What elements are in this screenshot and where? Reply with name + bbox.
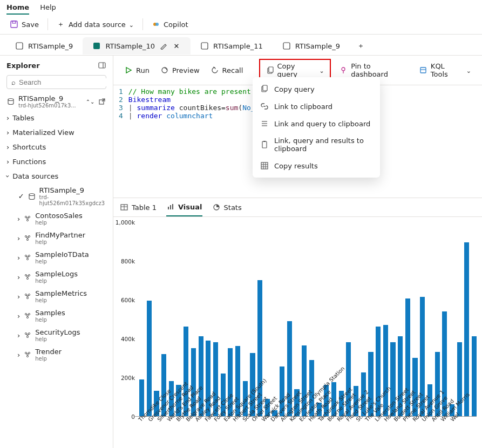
dropdown-link-query-results-clipboard[interactable]: Link, query and results to clipboard (253, 132, 380, 157)
chevron-right-icon (17, 273, 20, 281)
data-sources-section[interactable]: Data sources (2, 169, 111, 184)
dropdown-label: Link to clipboard (274, 103, 332, 111)
svg-rect-0 (11, 21, 17, 28)
result-tab-visual[interactable]: Visual (166, 202, 202, 216)
data-source-item[interactable]: ContosoSaleshelp (2, 209, 111, 228)
data-source-item[interactable]: SampleIoTDatahelp (2, 248, 111, 267)
search-input[interactable]: ⌕ (6, 75, 106, 89)
chart-bar[interactable] (383, 325, 388, 416)
file-tab[interactable]: RTISample_11 (191, 37, 273, 55)
section-label: Functions (12, 158, 46, 166)
data-source-item[interactable]: SampleMetricshelp (2, 287, 111, 306)
svg-point-64 (342, 67, 345, 71)
tree-section[interactable]: Shortcuts (2, 140, 111, 154)
code-table: Bikestream (128, 96, 171, 104)
save-button[interactable]: Save (5, 18, 43, 31)
dropdown-copy-results[interactable]: Copy results (253, 157, 380, 174)
cluster-icon (23, 273, 32, 281)
close-icon[interactable]: ✕ (172, 42, 181, 50)
recall-label: Recall (222, 66, 243, 74)
data-source-item[interactable]: Trenderhelp (2, 345, 111, 364)
menu-tab-help[interactable]: Help (40, 3, 56, 15)
file-tab-label: RTISample_11 (213, 42, 263, 50)
table-icon (120, 203, 128, 212)
svg-rect-66 (420, 67, 426, 73)
table-icon (260, 161, 269, 170)
line-number: 3 (119, 104, 123, 112)
svg-rect-63 (269, 67, 273, 72)
copy-icon (266, 66, 274, 74)
data-source-item[interactable]: Sampleshelp (2, 306, 111, 325)
data-source-item[interactable]: FindMyPartnerhelp (2, 228, 111, 248)
play-icon (124, 66, 133, 74)
chevron-down-icon (6, 172, 9, 180)
ds-item-name: ContosoSales (35, 212, 83, 220)
save-icon (10, 20, 18, 29)
code-comment: // How many bikes are present (128, 87, 251, 96)
ds-item-help: help (35, 259, 89, 264)
dropdown-link-query-clipboard[interactable]: Link and query to clipboard (253, 115, 380, 132)
rename-icon[interactable] (159, 42, 168, 50)
code-op: summarize (137, 104, 174, 112)
link-icon (260, 102, 269, 111)
cluster-icon (23, 292, 32, 301)
chart-bar[interactable] (472, 336, 477, 416)
section-label: Data sources (12, 172, 58, 180)
dropdown-copy-query[interactable]: Copy query (253, 80, 380, 98)
chevron-right-icon (6, 128, 9, 137)
code-text: ( (238, 104, 242, 112)
dropdown-link-clipboard[interactable]: Link to clipboard (253, 98, 380, 115)
file-tab[interactable]: RTISample_9 (5, 37, 83, 55)
chart-bar[interactable] (147, 301, 152, 416)
data-source-item[interactable]: SampleLogshelp (2, 267, 111, 287)
ds-item-name: FindMyPartner (35, 231, 85, 239)
recall-button[interactable]: Recall (206, 64, 248, 77)
tools-icon (419, 66, 427, 74)
dropdown-label: Copy query (274, 85, 315, 93)
y-tick-label: 800k (121, 258, 135, 264)
run-button[interactable]: Run (120, 64, 154, 77)
data-source-selected[interactable]: ✓ RTISample_9 trd-hjut526m017k35xgdcz3 (2, 184, 111, 209)
file-tab[interactable]: RTISample_9 (273, 37, 350, 55)
result-tab-table[interactable]: Table 1 (120, 202, 157, 216)
data-source-item[interactable]: SecurityLogshelp (2, 325, 111, 345)
dropdown-label: Link and query to clipboard (274, 120, 370, 128)
chart-bar[interactable] (464, 242, 469, 416)
kql-tools-button[interactable]: KQL Tools (415, 60, 476, 80)
copy-query-dropdown: Copy query Link to clipboard Link and qu… (253, 77, 380, 178)
svg-rect-5 (93, 43, 100, 49)
code-fn: sum (226, 104, 238, 112)
open-external-icon[interactable] (98, 97, 106, 106)
copilot-button[interactable]: Copilot (147, 18, 193, 31)
chevron-right-icon (17, 331, 20, 340)
file-tab-active[interactable]: RTISample_10 ✕ (83, 37, 191, 55)
tree-section[interactable]: Functions (2, 154, 111, 169)
ds-item-name: SecurityLogs (35, 328, 80, 336)
result-tab-stats[interactable]: Stats (212, 202, 242, 216)
search-field[interactable] (19, 78, 110, 86)
expand-icon[interactable]: ⌃⌄ (86, 97, 94, 106)
ds-item-help: help (35, 317, 65, 323)
svg-rect-75 (261, 162, 268, 169)
ds-item-help: help (35, 356, 62, 362)
menu-tab-home[interactable]: Home (6, 3, 29, 15)
new-tab-button[interactable]: ＋ (350, 37, 372, 55)
dropdown-label: Copy results (274, 162, 318, 170)
tree-section[interactable]: Tables (2, 111, 111, 125)
code-pipe: | (128, 104, 137, 112)
stats-icon (212, 203, 221, 212)
database-header[interactable]: RTISample_9 trd-hjut526m017k3... ⌃⌄ (2, 92, 111, 111)
chart-bar[interactable] (139, 379, 144, 416)
tree-section[interactable]: Materialized View (2, 125, 111, 140)
line-number: 1 (119, 87, 123, 96)
panel-toggle-icon[interactable] (98, 61, 106, 70)
explorer-title: Explorer (6, 62, 40, 70)
preview-button[interactable]: Preview (156, 64, 204, 77)
add-data-source-button[interactable]: ＋ Add data source (52, 18, 138, 31)
clipboard-icon (260, 140, 269, 149)
cluster-icon (23, 311, 32, 320)
result-tab-label: Visual (178, 203, 202, 211)
chart: 0200k400k600k800k1,000k Thorndike CloseG… (113, 217, 482, 448)
y-tick-label: 0 (131, 413, 135, 420)
svg-rect-85 (172, 204, 173, 209)
